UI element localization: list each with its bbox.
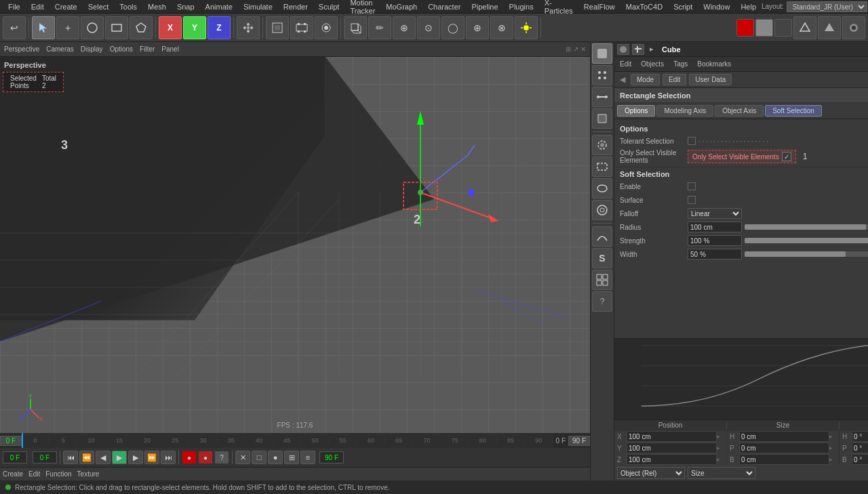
undo-button[interactable]: ↩ bbox=[3, 16, 26, 39]
tool-render-region[interactable] bbox=[266, 16, 289, 39]
menu-pipeline[interactable]: Pipeline bbox=[466, 0, 503, 13]
playback-autokey-button[interactable]: ● bbox=[198, 451, 213, 464]
coord-size-dropdown[interactable]: Size bbox=[688, 467, 755, 479]
menu-maxtoc4d[interactable]: MaxToC4D bbox=[620, 0, 668, 13]
tool-poly[interactable] bbox=[130, 16, 153, 39]
timeline-playhead[interactable] bbox=[22, 433, 23, 448]
vp-menu-cameras[interactable]: Cameras bbox=[46, 45, 74, 53]
vp-menu-options[interactable]: Options bbox=[110, 45, 133, 53]
mode-userdata-btn[interactable]: User Data bbox=[689, 74, 732, 85]
coord-y-size-arrow[interactable]: ▸ bbox=[829, 445, 836, 451]
radius-input[interactable] bbox=[688, 222, 742, 232]
coord-z-pos-arrow[interactable]: ▸ bbox=[717, 456, 724, 463]
tool-z-axis[interactable]: Z bbox=[208, 16, 231, 39]
menu-window[interactable]: Window bbox=[698, 0, 735, 13]
coord-x-pos-input[interactable] bbox=[627, 431, 717, 442]
viewport-3d[interactable]: Perspective Selected Total Points 2 bbox=[0, 57, 590, 433]
tool-rect-selection[interactable] bbox=[592, 157, 612, 177]
playback-rect-button[interactable]: □ bbox=[252, 451, 267, 464]
tool-edge-mode[interactable] bbox=[592, 87, 612, 107]
mode-edit-btn[interactable]: Edit bbox=[663, 74, 686, 85]
tool-sculpt-s[interactable]: S bbox=[592, 248, 612, 268]
mode-mode-btn[interactable]: Mode bbox=[631, 74, 660, 85]
tool-camera[interactable]: ⊗ bbox=[490, 16, 513, 39]
tool-object-mode[interactable] bbox=[592, 43, 612, 64]
color-picker-dark[interactable] bbox=[774, 19, 792, 37]
tool-move[interactable] bbox=[237, 16, 260, 39]
playback-frame-input[interactable] bbox=[3, 451, 27, 464]
playback-prev-key[interactable]: ⏪ bbox=[79, 451, 94, 464]
playback-grid-button[interactable]: ⊞ bbox=[284, 451, 299, 464]
mode-back-arrow[interactable]: ◀ bbox=[617, 75, 628, 85]
playback-motion-button[interactable]: ? bbox=[214, 451, 229, 464]
menu-snap[interactable]: Snap bbox=[172, 0, 200, 13]
tab-modeling-axis[interactable]: Modeling Axis bbox=[656, 105, 713, 117]
attr-hier-button[interactable] bbox=[632, 44, 644, 55]
tool-icon-c[interactable] bbox=[842, 16, 865, 39]
menu-script[interactable]: Script bbox=[668, 0, 698, 13]
only-select-dotted-box[interactable]: Only Select Visible Elements✓ bbox=[688, 150, 796, 163]
menu-create[interactable]: Create bbox=[50, 0, 83, 13]
playback-record-button[interactable]: ● bbox=[182, 451, 197, 464]
enable-checkbox[interactable] bbox=[688, 182, 696, 190]
menu-plugins[interactable]: Plugins bbox=[504, 0, 539, 13]
tool-light[interactable] bbox=[515, 16, 538, 39]
coord-y-size-input[interactable] bbox=[739, 442, 829, 453]
coord-system-dropdown[interactable]: Object (Rel) bbox=[617, 467, 685, 479]
width-input[interactable] bbox=[688, 249, 742, 260]
tool-points-mode[interactable] bbox=[592, 65, 612, 85]
only-select-checkbox-inner[interactable]: ✓ bbox=[782, 152, 791, 161]
tool-cube[interactable] bbox=[344, 16, 367, 39]
coord-z-size-arrow[interactable]: ▸ bbox=[829, 456, 836, 463]
menu-render[interactable]: Render bbox=[278, 0, 313, 13]
tool-select[interactable] bbox=[32, 16, 55, 39]
coord-b-rot-input[interactable] bbox=[852, 454, 868, 465]
playback-play-button[interactable]: ▶ bbox=[112, 451, 127, 464]
coord-x-size-arrow[interactable]: ▸ bbox=[829, 433, 836, 440]
tool-effector[interactable]: ◯ bbox=[441, 16, 465, 39]
width-slider[interactable] bbox=[745, 251, 868, 257]
vp-menu-filter[interactable]: Filter bbox=[140, 45, 155, 53]
menu-xparticles[interactable]: X-Particles bbox=[539, 0, 578, 13]
ob-bookmarks[interactable]: Bookmarks bbox=[694, 60, 734, 68]
tool-add[interactable]: + bbox=[56, 16, 79, 39]
falloff-dropdown[interactable]: Linear bbox=[688, 208, 742, 219]
coord-h-rot-input[interactable] bbox=[852, 431, 868, 442]
playback-end-button[interactable]: ⏭ bbox=[161, 451, 176, 464]
menu-edit[interactable]: Edit bbox=[26, 0, 50, 13]
coord-p-rot-input[interactable] bbox=[852, 442, 868, 453]
ob-tags[interactable]: Tags bbox=[671, 60, 690, 68]
playback-settings-button[interactable]: ≡ bbox=[300, 451, 315, 464]
playback-next-key[interactable]: ⏩ bbox=[144, 451, 159, 464]
playback-start-input[interactable] bbox=[33, 451, 57, 464]
timeline-start-frame[interactable] bbox=[0, 436, 22, 446]
tool-render-settings[interactable] bbox=[315, 16, 338, 39]
playback-start-button[interactable]: ⏮ bbox=[63, 451, 78, 464]
strength-input[interactable] bbox=[688, 235, 742, 246]
tool-y-axis[interactable]: Y bbox=[183, 16, 206, 39]
tool-circle[interactable] bbox=[81, 16, 104, 39]
menu-select[interactable]: Select bbox=[83, 0, 115, 13]
menu-mesh[interactable]: Mesh bbox=[142, 0, 172, 13]
color-picker-gray[interactable] bbox=[755, 19, 773, 37]
coord-z-pos-input[interactable] bbox=[627, 454, 717, 465]
surface-checkbox[interactable] bbox=[688, 196, 696, 204]
tool-spline[interactable]: ⊙ bbox=[417, 16, 440, 39]
tool-subdiv[interactable]: ⊕ bbox=[393, 16, 416, 39]
menu-mograph[interactable]: MoGraph bbox=[380, 0, 422, 13]
menu-character[interactable]: Character bbox=[422, 0, 466, 13]
tab-soft-selection[interactable]: Soft Selection bbox=[765, 105, 822, 117]
menu-tools[interactable]: Tools bbox=[114, 0, 142, 13]
tool-pen[interactable]: ✏ bbox=[368, 16, 391, 39]
playback-next-frame[interactable]: ▶ bbox=[128, 451, 143, 464]
coord-x-pos-arrow[interactable]: ▸ bbox=[717, 433, 724, 440]
vp-menu-display[interactable]: Display bbox=[81, 45, 103, 53]
attr-back-button[interactable] bbox=[617, 44, 629, 55]
playback-end-frame-input[interactable] bbox=[319, 451, 344, 464]
tab-options[interactable]: Options bbox=[617, 105, 655, 117]
color-picker-red[interactable] bbox=[736, 19, 754, 37]
tool-x-axis[interactable]: X bbox=[159, 16, 182, 39]
timeline-end-frame[interactable] bbox=[568, 436, 590, 446]
vp-menu-panel[interactable]: Panel bbox=[161, 45, 179, 53]
tool-loop-selection[interactable] bbox=[592, 178, 612, 199]
